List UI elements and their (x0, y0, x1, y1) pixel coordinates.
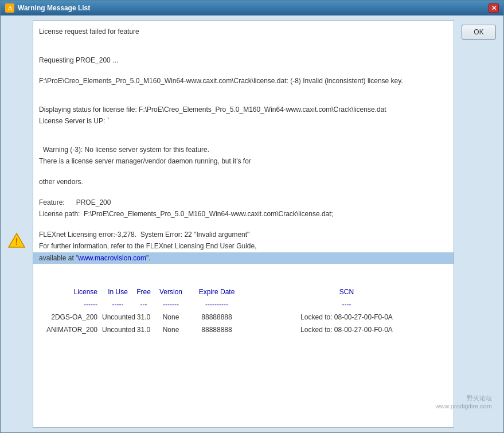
col-header-scn: SCN (245, 287, 448, 297)
msg-line-10: License path: F:\ProE\Creo_Elements_Pro_… (39, 209, 448, 219)
msg-line-9: Feature: PROE_200 (39, 197, 448, 208)
close-button[interactable]: ✕ (489, 3, 499, 13)
div-free: --- (134, 299, 154, 310)
blank-6 (39, 127, 448, 135)
title-bar-left: ⚠ Warning Message List (5, 3, 90, 13)
blank-9 (39, 188, 448, 196)
blank-10 (39, 220, 448, 228)
ok-button[interactable]: OK (462, 25, 496, 40)
msg-line-3: F:\ProE\Creo_Elements_Pro_5.0_M160_Win64… (39, 76, 448, 86)
col-header-license: License (39, 287, 102, 297)
row1-free: 31.0 (134, 312, 154, 322)
blank-5 (39, 95, 448, 103)
col-header-free: Free (134, 287, 154, 297)
svg-text:!: ! (15, 237, 18, 247)
window-title: Warning Message List (18, 4, 90, 12)
table-row: ANIMATOR_200 Uncounted 31.0 None 8888888… (39, 323, 448, 336)
message-content[interactable]: License request failed for feature Reque… (33, 21, 454, 427)
main-content: ! License request failed for feature Req… (1, 15, 503, 432)
row1-scn: Locked to: 08-00-27-00-F0-0A (245, 312, 448, 322)
row1-expire: 88888888 (188, 312, 245, 322)
row1-version: None (154, 312, 188, 322)
row2-license: ANIMATOR_200 (39, 325, 102, 335)
msg-line-5: License Server is UP: ` (39, 116, 448, 126)
highlight-line: available at "www.macrovision.com". (33, 252, 454, 264)
blank-11 (39, 264, 448, 272)
msg-line-2: Requesting PROE_200 ... (39, 55, 448, 65)
title-bar: ⚠ Warning Message List ✕ (1, 1, 503, 15)
div-scn: ---- (245, 299, 448, 310)
table-row: 2DGS-OA_200 Uncounted 31.0 None 88888888… (39, 311, 448, 323)
row1-inuse: Uncounted (102, 312, 134, 322)
col-header-inuse: In Use (102, 287, 134, 297)
message-area: License request failed for feature Reque… (33, 20, 454, 428)
div-inuse: ----- (102, 299, 134, 310)
msg-line-4: Displaying status for license file: F:\P… (39, 104, 448, 115)
table-header: License In Use Free Version Expire Date … (39, 286, 448, 298)
ok-button-area: OK (459, 20, 499, 428)
msg-line-12: For further information, refer to the FL… (39, 241, 448, 251)
blank-7 (39, 135, 448, 143)
app-icon: ⚠ (5, 3, 14, 13)
row2-version: None (154, 325, 188, 335)
msg-line-1: License request failed for feature (39, 26, 448, 37)
main-window: ⚠ Warning Message List ✕ ! License reque… (0, 0, 504, 433)
row2-scn: Locked to: 08-00-27-00-F0-0A (245, 325, 448, 335)
license-table: License In Use Free Version Expire Date … (39, 286, 448, 336)
msg-line-6: Warning (-3): No license server system f… (39, 145, 448, 155)
blank-4 (39, 87, 448, 95)
row2-expire: 88888888 (188, 325, 245, 335)
blank-2 (39, 46, 448, 54)
col-header-version: Version (154, 287, 188, 297)
table-divider: ------ ----- --- ------- ---------- ---- (39, 298, 448, 311)
msg-line-7: There is a license server manager/vendor… (39, 156, 448, 166)
div-version: ------- (154, 299, 188, 310)
row2-inuse: Uncounted (102, 325, 134, 335)
row1-license: 2DGS-OA_200 (39, 312, 102, 322)
warning-icon: ! (7, 232, 26, 248)
msg-line-11: FLEXnet Licensing error:-3,278. System E… (39, 229, 448, 240)
macrovision-link: www.macrovision.com (78, 254, 146, 262)
blank-1 (39, 38, 448, 46)
scroll-container: License request failed for feature Reque… (33, 20, 454, 428)
div-expire: ---------- (188, 299, 245, 310)
col-header-expire: Expire Date (188, 287, 245, 297)
blank-8 (39, 167, 448, 175)
blank-12 (39, 272, 448, 280)
div-license: ------ (39, 299, 102, 310)
row2-free: 31.0 (134, 325, 154, 335)
blank-3 (39, 67, 448, 75)
warning-icon-area: ! (5, 20, 28, 428)
msg-line-8: other vendors. (39, 177, 448, 187)
